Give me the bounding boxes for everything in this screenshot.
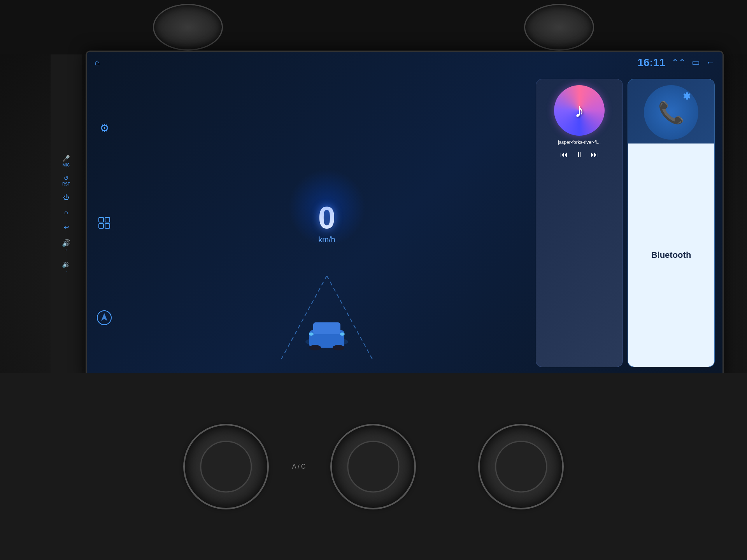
mic-icon: 🎤 — [62, 155, 70, 162]
home-side-icon: ⌂ — [64, 209, 68, 216]
main-content-area: ⚙ — [87, 73, 722, 373]
top-bar: ⌂ 16:11 ⌃⌃ ▭ ← — [87, 52, 722, 73]
chevron-up-icon[interactable]: ⌃⌃ — [672, 58, 686, 68]
bluetooth-icon-circle: 📞 ✱ — [644, 85, 698, 140]
bluetooth-label: Bluetooth — [651, 250, 691, 260]
vol-down-label: - — [66, 269, 67, 273]
main-screen: ⌂ 16:11 ⌃⌃ ▭ ← ⚙ — [86, 51, 724, 381]
prev-button[interactable]: ⏮ — [560, 150, 568, 159]
rst-label: RST — [62, 182, 70, 186]
bottom-vent-right — [478, 424, 564, 509]
car-interior: 🎤 MIC ↺ RST ⏻ ⌂ ↩ 🔊 + 🔉 - ⌂ — [0, 0, 747, 560]
screen-content: ⌂ 16:11 ⌃⌃ ▭ ← ⚙ — [87, 52, 722, 380]
song-title: jasper-forks-river-fl... — [540, 140, 619, 145]
left-physical-panel: 🎤 MIC ↺ RST ⏻ ⌂ ↩ 🔊 + 🔉 - — [51, 54, 82, 373]
screen-left-icons: ⚙ — [91, 77, 118, 369]
music-note-icon: ♪ — [575, 99, 584, 122]
navigation-button[interactable] — [96, 309, 113, 326]
time-display: 16:11 — [637, 56, 665, 69]
svg-rect-10 — [313, 322, 340, 334]
lane-svg — [272, 276, 381, 361]
vol-up-label: + — [65, 248, 67, 252]
svg-rect-1 — [105, 217, 110, 222]
bluetooth-symbol-icon: ✱ — [683, 91, 691, 102]
left-vent — [153, 4, 223, 51]
svg-point-13 — [309, 332, 314, 336]
grid-icon — [98, 217, 110, 229]
bluetooth-label-area: Bluetooth — [628, 144, 714, 367]
ac-label: A/C — [292, 463, 307, 470]
svg-rect-2 — [99, 224, 103, 228]
home-side-button[interactable]: ⌂ — [64, 209, 68, 216]
vol-down-button[interactable]: 🔉 - — [62, 260, 70, 273]
speed-unit: km/h — [318, 235, 335, 244]
window-icon[interactable]: ▭ — [692, 58, 700, 68]
phone-icon: 📞 — [658, 100, 685, 125]
vol-up-icon: 🔊 — [62, 239, 70, 247]
back-side-button[interactable]: ↩ — [64, 224, 69, 231]
power-icon: ⏻ — [63, 194, 69, 201]
next-button[interactable]: ⏭ — [591, 150, 598, 159]
bottom-vent-left — [183, 424, 269, 509]
top-vents-area — [0, 0, 747, 54]
speedometer-area: 0 km/h — [118, 77, 536, 369]
music-card[interactable]: ♪ jasper-forks-river-fl... ⏮ ⏸ ⏭ — [536, 79, 623, 367]
right-cards: ♪ jasper-forks-river-fl... ⏮ ⏸ ⏭ 📞 — [536, 77, 715, 369]
svg-point-12 — [333, 345, 344, 350]
album-art: ♪ — [554, 85, 605, 136]
right-vent — [524, 4, 594, 51]
vol-down-icon: 🔉 — [62, 260, 70, 268]
svg-rect-0 — [99, 217, 103, 222]
mic-label: MIC — [63, 163, 70, 167]
speed-value: 0 — [318, 202, 336, 233]
vol-up-button[interactable]: 🔊 + — [62, 239, 70, 252]
bottom-vents-section: A/C — [0, 373, 747, 560]
lane-visualization — [272, 276, 381, 361]
power-button[interactable]: ⏻ — [63, 194, 69, 201]
svg-marker-5 — [101, 313, 107, 321]
back-side-icon: ↩ — [64, 224, 69, 231]
nav-circle-icon — [96, 310, 112, 326]
settings-button[interactable]: ⚙ — [96, 120, 113, 137]
home-top-icon[interactable]: ⌂ — [95, 58, 100, 68]
pause-button[interactable]: ⏸ — [576, 150, 583, 159]
bottom-vent-center — [330, 424, 416, 509]
bluetooth-card[interactable]: 📞 ✱ Bluetooth — [628, 79, 715, 367]
svg-rect-3 — [105, 224, 110, 228]
music-controls: ⏮ ⏸ ⏭ — [560, 150, 598, 159]
back-nav-icon[interactable]: ← — [706, 58, 715, 68]
rst-button[interactable]: ↺ RST — [62, 175, 70, 186]
svg-point-11 — [309, 345, 321, 350]
top-right-controls: 16:11 ⌃⌃ ▭ ← — [637, 56, 715, 69]
svg-point-14 — [340, 332, 345, 336]
grid-button[interactable] — [96, 214, 113, 231]
rst-icon: ↺ — [64, 175, 68, 181]
mic-button[interactable]: 🎤 MIC — [62, 155, 70, 167]
